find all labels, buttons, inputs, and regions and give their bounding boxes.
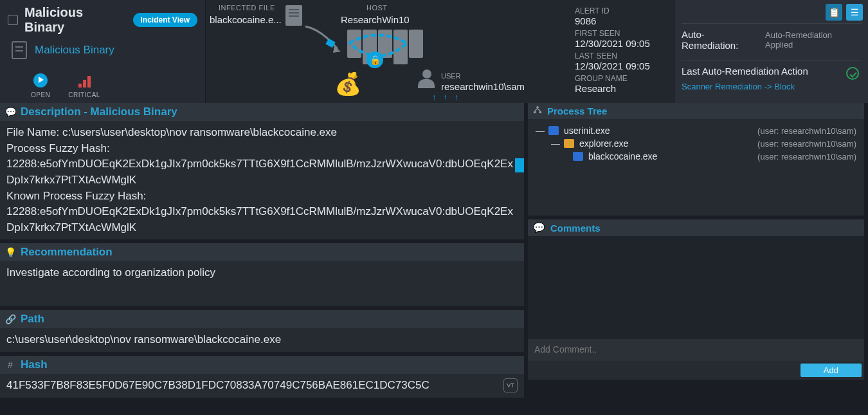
scroll-marker[interactable] <box>515 158 524 172</box>
last-action-label: Last Auto-Remediation Action <box>682 66 862 77</box>
collapse-icon[interactable]: — <box>551 138 559 149</box>
comment-input[interactable]: Add Comment.. <box>528 339 864 361</box>
infected-file-name[interactable]: blackcocaine.e... <box>210 14 282 25</box>
user-name[interactable]: researchwin10\sam <box>441 81 525 92</box>
virustotal-badge[interactable]: VT <box>503 378 518 392</box>
tree-node[interactable]: blackcocaine.exe (user: researchwin10\sa… <box>573 150 856 163</box>
select-checkbox[interactable] <box>8 15 18 25</box>
link-icon: 🔗 <box>5 314 15 324</box>
comments-title: Comments <box>550 223 601 234</box>
lightbulb-icon: 💡 <box>5 247 15 257</box>
alert-id-value: 9086 <box>575 15 673 26</box>
list-icon[interactable]: ☰ <box>846 4 863 21</box>
success-check-icon <box>846 67 859 80</box>
comment-icon: 💬 <box>533 222 545 234</box>
user-label: USER <box>441 72 461 80</box>
path-title: Path <box>21 313 44 326</box>
svg-point-4 <box>539 111 542 114</box>
description-title: Description - Malicious Binary <box>21 106 177 118</box>
last-seen-value: 12/30/2021 09:05 <box>575 60 673 71</box>
host-name[interactable]: ResearchWin10 <box>341 14 410 25</box>
process-tree-title: Process Tree <box>547 106 607 116</box>
first-seen-value: 12/30/2021 09:05 <box>575 38 673 49</box>
clipboard-icon[interactable]: 📋 <box>826 4 842 21</box>
auto-remediation-value: Auto-Remediation Applied <box>765 30 862 50</box>
group-value: Research <box>575 83 673 94</box>
infected-file-label: INFECTED FILE <box>219 4 275 12</box>
svg-point-2 <box>536 106 539 109</box>
tree-node[interactable]: — explorer.exe (user: researchwin10\sam) <box>551 137 856 150</box>
path-value: c:\users\user\desktop\nov ransomware\bla… <box>0 328 524 352</box>
process-icon <box>573 152 583 161</box>
speech-icon: 💬 <box>5 107 15 117</box>
status-critical[interactable]: CRITICAL <box>68 73 100 98</box>
comments-list <box>528 236 864 339</box>
document-icon <box>12 41 27 59</box>
svg-point-3 <box>534 111 536 114</box>
hash-icon: # <box>5 360 15 370</box>
user-icon <box>418 69 436 88</box>
tree-icon <box>533 106 542 116</box>
documents-cluster-icon <box>347 30 423 64</box>
auto-remediation-label: Auto-Remediation: <box>682 29 761 51</box>
process-icon <box>548 126 559 135</box>
explorer-icon <box>564 139 574 148</box>
collapse-icon[interactable]: — <box>536 125 543 136</box>
description-body: File Name: c:\users\user\desktop\nov ran… <box>0 121 524 239</box>
lock-icon: 🔒 <box>366 51 383 68</box>
upload-arrows-icon[interactable]: ↑ ↑ ↑ <box>432 93 461 102</box>
group-label: GROUP NAME <box>575 74 673 83</box>
last-seen-label: LAST SEEN <box>575 51 673 60</box>
alert-id-label: ALERT ID <box>575 6 673 15</box>
incident-graph: INFECTED FILE blackcocaine.e... HOST Res… <box>206 0 572 103</box>
incident-view-pill[interactable]: Incident View <box>133 13 197 27</box>
moneybag-icon: 💰 <box>334 71 361 97</box>
page-title: Malicious Binary <box>24 5 127 35</box>
recommendation-body: Investigate according to organization po… <box>0 261 524 306</box>
last-action-link[interactable]: Scanner Remediation -> Block <box>682 82 795 91</box>
play-icon <box>33 73 48 88</box>
hash-value: 41F533F7B8F83E5F0D67E90C7B38D1FDC70833A7… <box>6 378 500 394</box>
recommendation-title: Recommendation <box>21 246 113 259</box>
hash-title: Hash <box>21 358 48 371</box>
arrow-icon <box>302 23 347 55</box>
first-seen-label: FIRST SEEN <box>575 29 673 38</box>
severity-bars-icon <box>68 73 100 88</box>
add-comment-button[interactable]: Add <box>800 364 862 377</box>
tree-node[interactable]: — userinit.exe (user: researchwin10\sam) <box>536 124 856 137</box>
file-icon <box>285 5 302 26</box>
svg-rect-1 <box>325 39 335 48</box>
status-open[interactable]: OPEN <box>31 73 50 98</box>
host-label: HOST <box>366 4 388 12</box>
alert-subtitle[interactable]: Malicious Binary <box>35 44 114 57</box>
